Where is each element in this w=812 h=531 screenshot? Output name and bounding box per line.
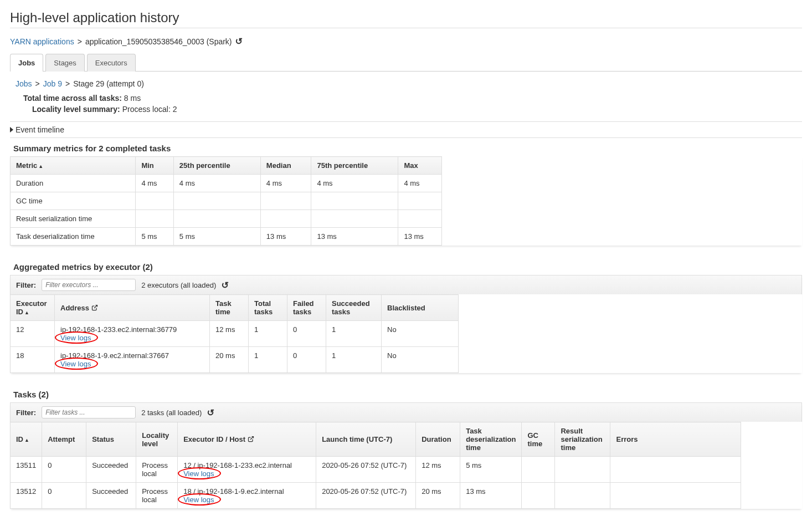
col-metric[interactable]: Metric▲ [11,157,136,175]
task-filter-status: 2 tasks (all loaded) [141,409,202,417]
col-blacklisted[interactable]: Blacklisted [382,295,459,321]
col-errors[interactable]: Errors [610,422,741,457]
summary-metrics-title: Summary metrics for 2 completed tasks [13,144,802,153]
task-table: ID▲ Attempt Status Locality level Execut… [10,422,741,509]
total-time-label: Total time across all tasks: [23,94,122,103]
exec-filter-row: Filter: 2 executors (all loaded) ↻ [10,275,802,294]
table-row: 18ip-192-168-1-9.ec2.internal:37667View … [11,347,459,373]
col-75th[interactable]: 75th percentile [311,157,398,175]
table-row: Result serialization time [11,210,442,228]
col-address[interactable]: Address [55,295,210,321]
col-exec-host[interactable]: Executor ID / Host [178,422,316,457]
locality-value: Process local: 2 [122,105,177,114]
sub-breadcrumb: Jobs > Job 9 > Stage 29 (attempt 0) [16,79,802,88]
event-timeline-toggle[interactable]: Event timeline [10,121,802,138]
col-result-ser[interactable]: Result serialization time [555,422,610,457]
col-launch[interactable]: Launch time (UTC-7) [316,422,416,457]
chevron-right-icon [10,127,13,132]
table-row: Duration4 ms4 ms4 ms4 ms4 ms [11,175,442,192]
col-min[interactable]: Min [136,157,173,175]
sort-asc-icon: ▲ [38,164,43,169]
external-link-icon [248,435,254,443]
col-gc[interactable]: GC time [522,422,555,457]
sub-crumb-jobs-link[interactable]: Jobs [16,79,32,88]
exec-table: Executor ID▲ Address Task time Total tas… [10,294,459,373]
refresh-icon[interactable]: ↻ [235,36,243,47]
tab-executors[interactable]: Executors [87,54,136,72]
col-max[interactable]: Max [398,157,442,175]
svg-line-1 [250,437,254,440]
table-row: Task deserialization time5 ms5 ms13 ms13… [11,228,442,246]
total-time-value: 8 ms [124,94,141,103]
col-deser[interactable]: Task deserialization time [460,422,522,457]
col-succeeded-tasks[interactable]: Succeeded tasks [326,295,382,321]
sort-asc-icon: ▲ [24,310,29,315]
breadcrumb-sep: > [78,37,82,46]
breadcrumb: YARN applications > application_15905035… [10,36,802,47]
col-failed-tasks[interactable]: Failed tasks [287,295,326,321]
sub-crumb-job-link[interactable]: Job 9 [43,79,62,88]
breadcrumb-app: application_1590503538546_0003 (Spark) [85,37,232,46]
tab-jobs[interactable]: Jobs [10,54,43,72]
locality-label: Locality level summary: [32,105,120,114]
sub-crumb-stage: Stage 29 (attempt 0) [73,79,144,88]
summary-table: Metric▲ Min 25th percentile Median 75th … [10,156,442,246]
col-exec-id[interactable]: Executor ID▲ [11,295,55,321]
col-total-tasks[interactable]: Total tasks [249,295,287,321]
filter-label: Filter: [16,281,36,289]
table-row: GC time [11,192,442,210]
task-filter-input[interactable] [42,406,136,418]
table-row: 135110SucceededProcess local12 / ip-192-… [11,457,741,483]
col-duration[interactable]: Duration [416,422,460,457]
col-status[interactable]: Status [86,422,136,457]
col-attempt[interactable]: Attempt [42,422,86,457]
page-title: High-level application history [10,10,802,28]
col-locality[interactable]: Locality level [136,422,178,457]
svg-line-0 [94,305,97,308]
view-logs-link[interactable]: View logs [60,334,91,342]
task-filter-row: Filter: 2 tasks (all loaded) ↻ [10,402,802,422]
view-logs-link[interactable]: View logs [183,469,214,478]
view-logs-link[interactable]: View logs [60,360,91,368]
sort-asc-icon: ▲ [24,437,29,443]
external-link-icon [91,304,98,312]
tabs: Jobs Stages Executors [10,53,802,72]
tasks-title: Tasks (2) [13,390,802,399]
view-logs-link[interactable]: View logs [183,496,214,504]
table-row: 135120SucceededProcess local18 / ip-192-… [11,483,741,509]
filter-label: Filter: [16,409,36,417]
tab-stages[interactable]: Stages [45,54,84,72]
col-25th[interactable]: 25th percentile [173,157,260,175]
refresh-icon[interactable]: ↻ [207,407,214,418]
col-median[interactable]: Median [260,157,311,175]
col-id[interactable]: ID▲ [11,422,42,457]
refresh-icon[interactable]: ↻ [222,280,229,290]
breadcrumb-root-link[interactable]: YARN applications [10,37,74,46]
exec-filter-input[interactable] [42,279,136,291]
agg-metrics-title: Aggregated metrics by executor (2) [13,262,802,272]
table-row: 12ip-192-168-1-233.ec2.internal:36779Vie… [11,321,459,347]
exec-filter-status: 2 executors (all loaded) [141,281,216,289]
col-task-time[interactable]: Task time [210,295,249,321]
